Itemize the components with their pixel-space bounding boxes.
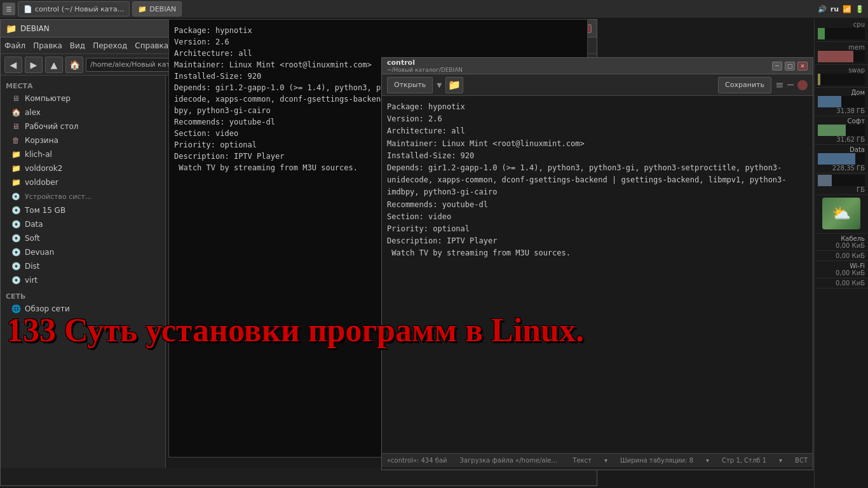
fm-menu-edit[interactable]: Правка (33, 41, 62, 50)
fm-forward-button[interactable]: ▶ (25, 57, 43, 73)
editor-load-path: Загрузка файла «/home/alex/Новый каталог… (460, 457, 560, 464)
rp-cable-net2: 0,00 КиБ (815, 251, 868, 261)
editor-filename: control (387, 58, 463, 67)
drive-icon-dist: 💿 (11, 261, 21, 271)
taskbar-tab-debian[interactable]: 📁 DEBIAN (132, 1, 182, 17)
computer-icon: 🖥 (11, 93, 21, 104)
fm-sidebar: Места 🖥 Компьютер 🏠 alex 🖥 Рабочий стол … (1, 76, 166, 468)
drive-icon-data: 💿 (11, 219, 21, 229)
editor-maximize-button[interactable]: □ (785, 62, 795, 71)
rp-home-value: 31,38 ГБ (818, 107, 865, 114)
sidebar-item-klich[interactable]: 📁 klich-al (1, 147, 165, 161)
editor-open-arrow: ▾ (437, 79, 442, 91)
rp-other-bar (818, 175, 865, 186)
editor-statusbar: «control»: 434 бай Загрузка файла «/home… (382, 453, 813, 467)
sidebar-item-soft[interactable]: 💿 Soft (1, 231, 165, 245)
tray-lang: ru (831, 5, 839, 13)
sidebar-item-voldorok2[interactable]: 📁 voldorok2 (1, 161, 165, 175)
rp-soft-label: Софт (818, 118, 865, 125)
taskbar-app-icon[interactable]: ☰ (3, 3, 15, 15)
rp-soft-value: 31,62 ГБ (818, 136, 865, 143)
sidebar-item-15gb[interactable]: 💿 Том 15 GB (1, 203, 165, 217)
home-icon: 🏠 (11, 107, 21, 118)
sidebar-item-devuan[interactable]: 💿 Devuan (1, 245, 165, 259)
editor-content[interactable]: Package: hypnotix Version: 2.6 Architect… (382, 96, 813, 453)
editor-close-button[interactable]: ✕ (797, 62, 808, 71)
editor-cursor-arrow: ▾ (779, 457, 782, 464)
rp-data-drive: Data 228,35 ГБ (815, 145, 868, 173)
rp-cpu-item: cpu (815, 19, 868, 42)
tray-network: 📶 (843, 5, 851, 13)
fm-menu-view[interactable]: Вид (70, 41, 85, 50)
rp-cable-value: 0,00 КиБ (818, 242, 865, 249)
rp-cpu-label: cpu (818, 21, 865, 28)
sidebar-item-network[interactable]: 🌐 Обзор сети (1, 302, 165, 316)
sidebar-item-dist[interactable]: 💿 Dist (1, 259, 165, 273)
fm-menu-help[interactable]: Справка (135, 41, 168, 50)
sidebar-item-usb[interactable]: 💿 Устройство сист... (1, 189, 165, 203)
sidebar-item-trash[interactable]: 🗑 Корзина (1, 133, 165, 147)
tray-battery: 🔋 (855, 5, 864, 13)
rp-cable-net: Кабель 0,00 КиБ (815, 234, 868, 251)
rp-swap-label: swap (818, 67, 865, 74)
folder-icon-voldober: 📁 (11, 177, 21, 187)
rp-data-label: Data (818, 146, 865, 153)
editor-cursor-pos: Стр 1, Стлб 1 (722, 457, 766, 464)
rp-home-fill (818, 96, 841, 107)
editor-minimize-button[interactable]: ─ (772, 62, 782, 71)
rp-home-label: Дом (818, 89, 865, 96)
rp-swap-item: swap (815, 65, 868, 88)
rp-soft-fill (818, 125, 846, 136)
fm-back-button[interactable]: ◀ (4, 57, 22, 73)
drive-icon-virt: 💿 (11, 275, 21, 285)
folder-icon-voldorok: 📁 (11, 163, 21, 173)
editor-window: control ~/Новый каталог/DEBIAN ─ □ ✕ Отк… (381, 57, 813, 470)
fm-menu-file[interactable]: Файл (4, 41, 25, 50)
rp-home-drive: Дом 31,38 ГБ (815, 88, 868, 116)
rp-mem-item: mem (815, 42, 868, 65)
editor-format-arrow: ▾ (604, 457, 607, 464)
editor-win-controls: ─ □ ✕ (772, 62, 808, 71)
rp-wifi-net2: 0,00 КиБ (815, 278, 868, 288)
rp-weather-icon: ⛅ (822, 198, 860, 229)
rp-other-fill (818, 175, 832, 186)
desktop-icon: 🖥 (11, 121, 21, 132)
sidebar-item-virt[interactable]: 💿 virt (1, 273, 165, 287)
rp-soft-drive: Софт 31,62 ГБ (815, 116, 868, 145)
sidebar-item-data[interactable]: 💿 Data (1, 217, 165, 231)
fm-up-button[interactable]: ▲ (45, 57, 63, 73)
rp-cpu-bar (818, 28, 825, 39)
rp-mem-bar-container (818, 51, 865, 62)
drive-icon-devuan: 💿 (11, 247, 21, 257)
editor-close-circle-button[interactable] (797, 80, 808, 90)
sidebar-item-desktop[interactable]: 🖥 Рабочий стол (1, 119, 165, 133)
rp-swap-bar (818, 74, 820, 85)
rp-wifi-value2: 0,00 КиБ (818, 280, 865, 287)
taskbar-left: ☰ 📄 control (~/ Новый ката... 📁 DEBIAN (0, 1, 182, 17)
sidebar-item-computer[interactable]: 🖥 Компьютер (1, 92, 165, 105)
network-icon: 🌐 (11, 304, 21, 314)
editor-toolbar: Открыть ▾ 📁 Сохранить ≡ ─ (382, 74, 813, 96)
taskbar: ☰ 📄 control (~/ Новый ката... 📁 DEBIAN 🔊… (0, 0, 868, 18)
rp-other-drive: ГБ (815, 173, 868, 195)
sidebar-item-voldober[interactable]: 📁 voldober (1, 175, 165, 189)
rp-mem-label: mem (818, 44, 865, 51)
fm-menu-go[interactable]: Переход (93, 41, 127, 50)
rp-data-value: 228,35 ГБ (818, 165, 865, 172)
rp-other-value: ГБ (818, 186, 865, 193)
rp-wifi-value: 0,00 КиБ (818, 269, 865, 276)
taskbar-tab-control[interactable]: 📄 control (~/ Новый ката... (18, 1, 130, 17)
folder-icon-klich: 📁 (11, 149, 21, 159)
editor-folder-button[interactable]: 📁 (445, 77, 463, 93)
editor-open-button[interactable]: Открыть (387, 77, 433, 93)
fm-window-title: DEBIAN (20, 24, 50, 33)
editor-save-button[interactable]: Сохранить (718, 77, 771, 93)
right-panel: cpu mem swap Дом 31,38 ГБ Софт 31,62 ГБ … (814, 19, 868, 488)
sidebar-item-alex[interactable]: 🏠 alex (1, 105, 165, 119)
fm-home-button[interactable]: 🏠 (65, 57, 83, 73)
rp-weather-widget: ⛅ (815, 195, 868, 234)
rp-cable-value2: 0,00 КиБ (818, 252, 865, 259)
editor-format: Текст (573, 457, 592, 464)
terminal-line-0: Package: hypnotix (174, 25, 582, 36)
rp-soft-bar (818, 125, 865, 136)
